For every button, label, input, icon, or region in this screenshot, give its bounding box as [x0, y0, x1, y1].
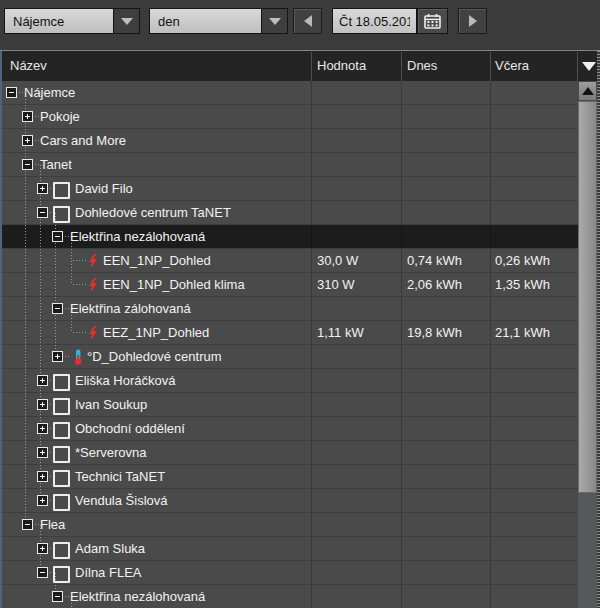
tree-row-label: Flea: [40, 513, 65, 536]
tree-guide-line: [25, 321, 26, 345]
tree-row-label: Elektřina nezálohovaná: [70, 585, 205, 608]
tree-guide-line: [25, 249, 26, 273]
tree-row[interactable]: EEN_1NP_Dohled klima310 W2,06 kWh1,35 kW…: [0, 273, 578, 297]
collapse-toggle[interactable]: [52, 303, 63, 314]
tree-row[interactable]: Vendula Šislová: [0, 489, 578, 513]
tree-row-label: Nájemce: [24, 81, 75, 104]
collapse-toggle[interactable]: [52, 231, 63, 242]
row-checkbox[interactable]: [53, 206, 70, 223]
period-dropdown-value[interactable]: den: [150, 9, 261, 33]
date-input[interactable]: [332, 8, 417, 34]
tree-row[interactable]: Adam Sluka: [0, 537, 578, 561]
tree-guide-line: [40, 297, 41, 321]
tree-guide-line: [25, 489, 26, 513]
column-separator: [401, 81, 402, 608]
tenant-dropdown[interactable]: Nájemce: [4, 8, 140, 34]
tree-guide-line: [40, 345, 41, 369]
prev-day-button[interactable]: [293, 8, 322, 34]
tree-guide-line: [25, 417, 26, 441]
row-checkbox[interactable]: [53, 374, 70, 391]
period-dropdown-button[interactable]: [261, 9, 287, 33]
tree-row[interactable]: Elektřina nezálohovaná: [0, 225, 578, 249]
tree-row[interactable]: David Filo: [0, 177, 578, 201]
tree-row[interactable]: Technici TaNET: [0, 465, 578, 489]
hodnota-cell: 30,0 W: [317, 249, 358, 272]
tree-row[interactable]: Nájemce: [0, 81, 578, 105]
collapse-toggle[interactable]: [37, 207, 48, 218]
collapse-toggle[interactable]: [52, 591, 63, 602]
tree-row[interactable]: EEZ_1NP_Dohled1,11 kW19,8 kWh21,1 kWh: [0, 321, 578, 345]
period-dropdown[interactable]: den: [149, 8, 288, 34]
row-checkbox[interactable]: [53, 542, 70, 559]
column-header-dnes[interactable]: Dnes: [407, 51, 437, 81]
expand-toggle[interactable]: [37, 471, 48, 482]
chevron-down-icon: [121, 18, 133, 25]
tree-guide-line: [25, 369, 26, 393]
lightning-icon: [88, 326, 98, 343]
tree-row[interactable]: Ivan Soukup: [0, 393, 578, 417]
expand-toggle[interactable]: [52, 351, 63, 362]
tree-row[interactable]: Tanet: [0, 153, 578, 177]
row-checkbox[interactable]: [53, 398, 70, 415]
tree-row[interactable]: Cars and More: [0, 129, 578, 153]
vcera-cell: 1,35 kWh: [495, 273, 550, 296]
tree-row-label: Eliška Horáčková: [75, 369, 175, 392]
column-header-nazev[interactable]: Název: [10, 51, 47, 81]
tree-row[interactable]: Obchodní oddělení: [0, 417, 578, 441]
tree-row[interactable]: Elektřina nezálohovaná: [0, 585, 578, 608]
tree-row[interactable]: Dohledové centrum TaNET: [0, 201, 578, 225]
vertical-scrollbar[interactable]: [578, 81, 597, 608]
expand-toggle[interactable]: [37, 183, 48, 194]
tree-row[interactable]: Flea: [0, 513, 578, 537]
tree-row[interactable]: Eliška Horáčková: [0, 369, 578, 393]
collapse-toggle[interactable]: [6, 87, 17, 98]
tree-row-label: Elektřina nezálohovaná: [70, 225, 205, 248]
row-checkbox[interactable]: [53, 470, 70, 487]
tree-row[interactable]: Dílna FLEA: [0, 561, 578, 585]
tree-row-label: Adam Sluka: [75, 537, 145, 560]
expand-toggle[interactable]: [37, 375, 48, 386]
row-checkbox[interactable]: [53, 566, 70, 583]
scroll-up-button[interactable]: [578, 81, 597, 101]
tree-row[interactable]: *Serverovna: [0, 441, 578, 465]
row-checkbox[interactable]: [53, 182, 70, 199]
collapse-toggle[interactable]: [22, 519, 33, 530]
next-day-button[interactable]: [458, 8, 487, 34]
column-header-hodnota[interactable]: Hodnota: [317, 51, 366, 81]
column-header-vcera[interactable]: Včera: [495, 51, 529, 81]
expand-toggle[interactable]: [22, 111, 33, 122]
tree-grid: Název Hodnota Dnes Včera NájemcePokojeCa…: [0, 50, 600, 608]
expand-toggle[interactable]: [37, 447, 48, 458]
expand-toggle[interactable]: [37, 399, 48, 410]
scrollbar-thumb[interactable]: [578, 101, 597, 493]
tenant-dropdown-value[interactable]: Nájemce: [5, 9, 113, 33]
toolbar: Nájemce den: [0, 0, 600, 50]
column-filter-button[interactable]: [578, 51, 599, 81]
tree-row-label: Technici TaNET: [75, 465, 165, 488]
tree-guide-line: [25, 297, 26, 321]
row-checkbox[interactable]: [53, 446, 70, 463]
expand-toggle[interactable]: [37, 495, 48, 506]
tree-guide-line: [40, 225, 41, 249]
tree-guide-line: [25, 273, 26, 297]
calendar-icon: [424, 14, 441, 29]
vcera-cell: 21,1 kWh: [495, 321, 550, 344]
calendar-button[interactable]: [417, 8, 448, 34]
expand-toggle[interactable]: [22, 135, 33, 146]
vcera-cell: 0,26 kWh: [495, 249, 550, 272]
tree-row[interactable]: Pokoje: [0, 105, 578, 129]
tree-row[interactable]: °D_Dohledové centrum: [0, 345, 578, 369]
expand-toggle[interactable]: [37, 423, 48, 434]
row-checkbox[interactable]: [53, 422, 70, 439]
tenant-dropdown-button[interactable]: [113, 9, 139, 33]
collapse-toggle[interactable]: [22, 159, 33, 170]
tree-row-label: Ivan Soukup: [75, 393, 147, 416]
row-checkbox[interactable]: [53, 494, 70, 511]
tree-row[interactable]: EEN_1NP_Dohled30,0 W0,74 kWh0,26 kWh: [0, 249, 578, 273]
tree-row[interactable]: Elektřina zálohovaná: [0, 297, 578, 321]
tree-guide-line: [40, 249, 41, 273]
tree-guide-line: [25, 393, 26, 417]
tree-row-label: Cars and More: [40, 129, 126, 152]
expand-toggle[interactable]: [37, 543, 48, 554]
collapse-toggle[interactable]: [37, 567, 48, 578]
